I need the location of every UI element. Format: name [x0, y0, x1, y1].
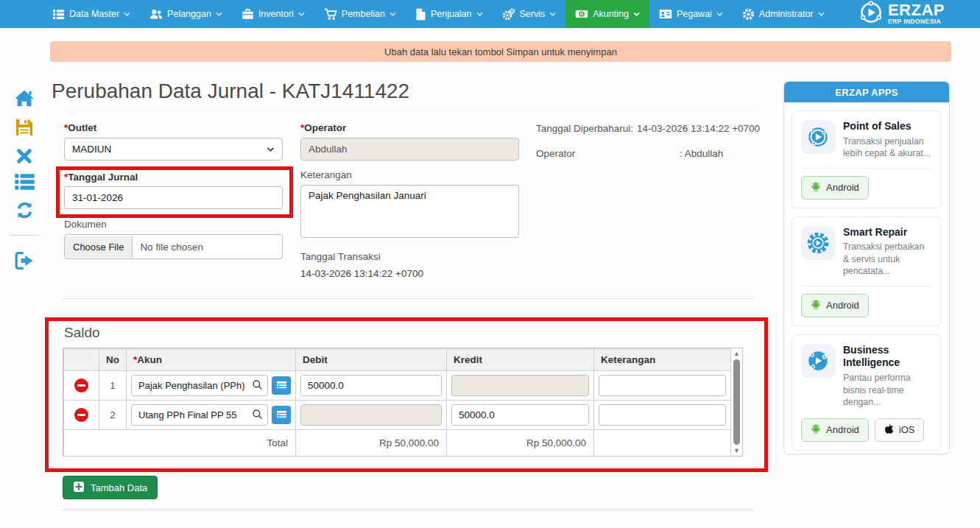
money-icon	[575, 8, 588, 20]
kredit-input	[459, 380, 582, 391]
scrollbar-thumb[interactable]	[733, 359, 740, 445]
page-title: Perubahan Data Jurnal - KATJ1411422	[52, 80, 409, 103]
nav-item-label: Penjualan	[431, 9, 472, 19]
choose-file-button[interactable]: Choose File	[65, 236, 133, 258]
tanggal-jurnal-input[interactable]	[72, 192, 275, 203]
meta-updated-label: Tanggal Diperbaharui:	[536, 123, 633, 134]
akun-field-wrap	[131, 404, 268, 426]
kredit-field-wrap	[451, 404, 589, 426]
tanggal-jurnal-field-wrap	[64, 186, 283, 209]
chevron-down-icon	[389, 12, 396, 17]
erzap-apps-panel: ERZAP APPS Point of Sales Transaksi penj…	[783, 81, 950, 454]
account-list-button[interactable]	[272, 406, 291, 424]
gear-icon	[742, 8, 755, 21]
nav-item-label: Pegawai	[677, 9, 712, 19]
table-scrollbar[interactable]: ▲ ▼	[731, 348, 742, 456]
meta-operator-label: Operator	[536, 148, 676, 159]
close-icon[interactable]	[12, 144, 37, 168]
remove-row-icon[interactable]	[74, 408, 88, 422]
divider	[63, 298, 755, 299]
ios-badge[interactable]: iOS	[875, 418, 925, 442]
brand-logo[interactable]: ERZAP ERP INDONESIA	[859, 0, 945, 28]
keterangan-field-wrap	[599, 375, 726, 396]
outlet-select[interactable]: MADIUN	[64, 138, 283, 161]
document-icon	[415, 8, 426, 21]
outlet-label: *Outlet	[64, 122, 96, 133]
column-header-debit: Debit	[296, 349, 447, 371]
tanggal-transaksi-value: 14-03-2026 13:14:22 +0700	[300, 268, 423, 279]
tambah-data-button[interactable]: Tambah Data	[63, 476, 158, 499]
nav-item-label: Pembelian	[342, 9, 385, 19]
nav-item-pembelian[interactable]: Pembelian	[314, 0, 406, 28]
meta-info: Tanggal Diperbaharui: 14-03-2026 13:14:2…	[536, 123, 757, 173]
brand-name: ERZAP	[888, 3, 945, 18]
scroll-down-icon[interactable]: ▼	[733, 447, 740, 454]
logout-icon[interactable]	[12, 249, 37, 272]
column-header-delete	[64, 349, 99, 371]
briefcase-icon	[242, 8, 254, 21]
divider	[63, 110, 755, 111]
cart-icon	[324, 8, 337, 21]
android-badge-label: Android	[826, 424, 859, 435]
row-keterangan-input[interactable]	[606, 409, 719, 420]
tanggal-jurnal-label: *Tanggal Jurnal	[64, 172, 138, 183]
outlet-select-value: MADIUN	[72, 144, 111, 155]
apple-icon	[884, 423, 894, 437]
row-number: 2	[99, 401, 127, 430]
keterangan-field-wrap	[599, 404, 726, 426]
chevron-down-icon	[216, 12, 222, 17]
dokumen-file-input[interactable]: Choose File No file chosen	[64, 234, 283, 259]
chevron-down-icon	[124, 12, 130, 17]
akun-input[interactable]	[138, 380, 249, 391]
refresh-icon[interactable]	[12, 198, 37, 222]
android-badge-label: Android	[826, 300, 859, 311]
nav-item-penjualan[interactable]: Penjualan	[406, 0, 493, 28]
chevron-down-icon	[818, 12, 825, 17]
scroll-up-icon[interactable]: ▲	[733, 350, 740, 357]
table-row: 1	[64, 371, 731, 401]
debit-input	[308, 409, 434, 420]
total-row: Total Rp 50,000.00 Rp 50,000.00	[64, 430, 731, 457]
akun-input[interactable]	[138, 409, 249, 420]
list-icon[interactable]	[12, 170, 37, 194]
chevron-down-icon	[476, 12, 483, 17]
android-badge-label: Android	[826, 182, 859, 193]
saldo-table: No *Akun Debit Kredit Keterangan 1	[63, 348, 731, 457]
android-badge[interactable]: Android	[801, 176, 869, 200]
row-keterangan-input[interactable]	[606, 380, 719, 391]
save-icon[interactable]	[12, 116, 37, 139]
nav-item-pegawai[interactable]: Pegawai	[649, 0, 733, 28]
nav-item-pelanggan[interactable]: Pelanggan	[140, 0, 232, 28]
nav-item-administrator[interactable]: Administrator	[733, 0, 834, 28]
nav-item-data-master[interactable]: Data Master	[43, 0, 140, 28]
nav-item-label: Akunting	[593, 9, 629, 19]
chevron-down-icon	[716, 12, 723, 17]
search-icon[interactable]	[252, 379, 263, 393]
chevron-down-icon	[298, 12, 305, 17]
debit-input[interactable]	[308, 380, 434, 391]
point-of-sales-icon	[801, 120, 835, 154]
chevron-down-icon	[267, 144, 275, 155]
column-header-no: No	[99, 349, 127, 371]
nav-item-akunting[interactable]: Akunting	[565, 0, 649, 28]
android-badge[interactable]: Android	[801, 294, 869, 317]
remove-row-icon[interactable]	[74, 379, 88, 393]
meta-operator-value: : Abdullah	[680, 148, 723, 159]
keterangan-textarea[interactable]: Pajak Penghasilan Januari	[300, 185, 519, 238]
info-banner: Ubah data lalu tekan tombol Simpan untuk…	[50, 41, 951, 62]
saldo-section-title: Saldo	[64, 325, 100, 341]
kredit-input[interactable]	[459, 409, 582, 420]
akun-field-wrap	[131, 375, 268, 396]
meta-updated: Tanggal Diperbaharui: 14-03-2026 13:14:2…	[536, 123, 757, 134]
smart-repair-icon	[801, 226, 835, 260]
divider	[10, 235, 40, 236]
account-list-button[interactable]	[272, 376, 291, 395]
plus-icon	[73, 481, 85, 495]
nav-item-servis[interactable]: Servis	[493, 0, 566, 28]
divider	[63, 510, 755, 510]
chevron-down-icon	[633, 12, 640, 17]
search-icon[interactable]	[252, 409, 263, 422]
home-icon[interactable]	[12, 87, 37, 110]
android-badge[interactable]: Android	[801, 418, 869, 442]
nav-item-inventori[interactable]: Inventori	[232, 0, 314, 28]
